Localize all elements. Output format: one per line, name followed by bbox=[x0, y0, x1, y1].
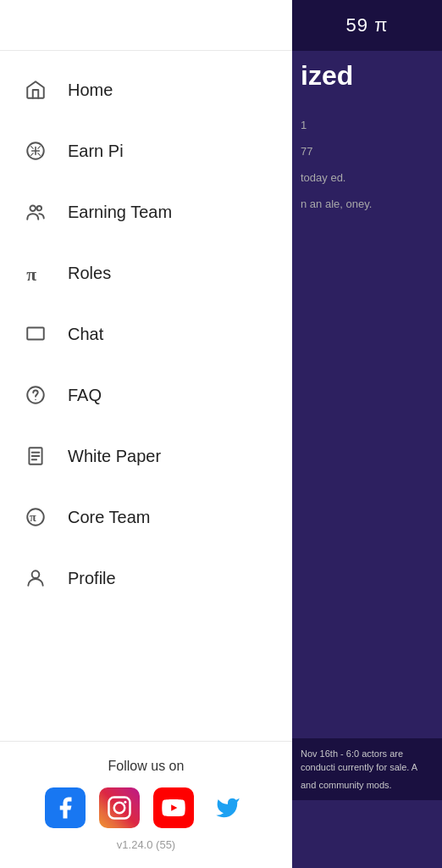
drawer-header bbox=[0, 0, 292, 51]
sidebar-item-earn-pi[interactable]: Earn Pi bbox=[0, 120, 292, 181]
side-drawer: Home Earn Pi Ea bbox=[0, 0, 292, 868]
svg-point-13 bbox=[124, 801, 126, 804]
social-icons-row bbox=[45, 787, 248, 828]
bg-line2: 77 bbox=[301, 143, 434, 161]
roles-icon: π bbox=[20, 258, 51, 288]
sidebar-item-white-paper[interactable]: White Paper bbox=[0, 426, 292, 487]
sidebar-item-label-earning-team: Earning Team bbox=[68, 203, 172, 222]
sidebar-item-chat[interactable]: Chat bbox=[0, 303, 292, 364]
profile-icon bbox=[20, 563, 51, 593]
white-paper-icon bbox=[20, 441, 51, 471]
earn-pi-icon bbox=[20, 136, 51, 166]
svg-point-1 bbox=[30, 205, 36, 211]
chat-icon bbox=[20, 319, 51, 349]
facebook-button[interactable] bbox=[45, 787, 86, 828]
youtube-button[interactable] bbox=[153, 787, 194, 828]
sidebar-item-home[interactable]: Home bbox=[0, 59, 292, 120]
sidebar-item-profile[interactable]: Profile bbox=[0, 548, 292, 609]
home-icon bbox=[20, 75, 51, 105]
svg-point-10 bbox=[32, 570, 40, 578]
earning-team-icon bbox=[20, 197, 51, 227]
bg-bottom-bar: Nov 16th - 6:0 actors are conducti curre… bbox=[292, 738, 442, 801]
bg-body1: today ed. bbox=[301, 170, 434, 187]
svg-point-12 bbox=[113, 803, 124, 814]
sidebar-item-label-roles: Roles bbox=[68, 264, 111, 283]
svg-point-6 bbox=[35, 399, 36, 401]
svg-text:π: π bbox=[30, 510, 36, 524]
drawer-menu: Home Earn Pi Ea bbox=[0, 51, 292, 741]
bg-big-text: ized bbox=[301, 59, 434, 92]
follow-label: Follow us on bbox=[108, 759, 185, 774]
bg-body2: n an ale, oney. bbox=[301, 196, 434, 214]
bg-line1: 1 bbox=[301, 117, 434, 135]
sidebar-item-label-core-team: Core Team bbox=[68, 508, 150, 527]
sidebar-item-label-earn-pi: Earn Pi bbox=[68, 142, 124, 161]
faq-icon bbox=[20, 380, 51, 410]
svg-rect-11 bbox=[108, 798, 130, 819]
sidebar-item-roles[interactable]: π Roles bbox=[0, 242, 292, 303]
core-team-icon: π bbox=[20, 502, 51, 532]
sidebar-item-label-white-paper: White Paper bbox=[68, 447, 161, 466]
bg-topbar: 59 π bbox=[292, 0, 442, 51]
sidebar-item-earning-team[interactable]: Earning Team bbox=[0, 181, 292, 242]
sidebar-item-label-chat: Chat bbox=[68, 325, 103, 344]
sidebar-item-core-team[interactable]: π Core Team bbox=[0, 487, 292, 548]
sidebar-item-faq[interactable]: FAQ bbox=[0, 364, 292, 426]
sidebar-item-label-profile: Profile bbox=[68, 569, 116, 588]
sidebar-item-label-home: Home bbox=[68, 81, 113, 100]
instagram-button[interactable] bbox=[99, 787, 140, 828]
svg-point-2 bbox=[37, 206, 41, 210]
sidebar-item-label-faq: FAQ bbox=[68, 386, 102, 405]
twitter-button[interactable] bbox=[207, 787, 248, 828]
svg-text:π: π bbox=[26, 264, 36, 284]
version-text: v1.24.0 (55) bbox=[117, 838, 175, 851]
svg-rect-4 bbox=[27, 327, 44, 339]
bg-content: ized 1 77 today ed. n an ale, oney. bbox=[292, 51, 442, 231]
drawer-footer: Follow us on bbox=[0, 741, 292, 868]
